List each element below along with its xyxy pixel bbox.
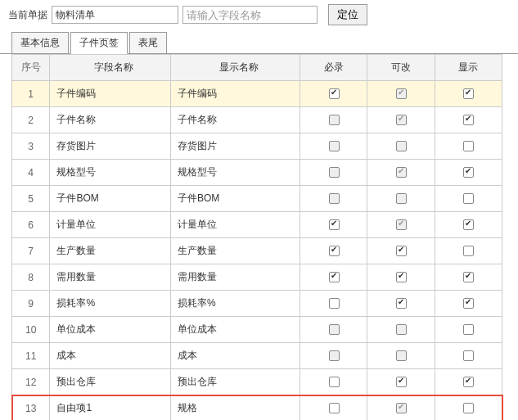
chk-show[interactable] [463,115,474,125]
chk-req[interactable] [329,377,340,387]
current-doc-value: 物料清单 [52,6,178,24]
table-row[interactable]: 9损耗率%损耗率% [12,291,502,317]
chk-show[interactable] [463,246,474,256]
chk-req [329,324,340,335]
table-row[interactable]: 6计量单位计量单位 [12,212,502,238]
cell-field: 自由项1 [50,395,171,421]
table-row[interactable]: 1子件编码子件编码 [12,81,502,107]
table-row[interactable]: 12预出仓库预出仓库 [12,369,502,395]
chk-show[interactable] [463,167,474,178]
table-row[interactable]: 8需用数量需用数量 [12,264,502,291]
table-row[interactable]: 4规格型号规格型号 [12,160,502,186]
cell-seq: 7 [12,238,50,264]
chk-req [329,141,340,151]
cell-disp: 成本 [171,343,300,369]
table-row[interactable]: 5子件BOM子件BOM [12,186,502,212]
table-row[interactable]: 2子件名称子件名称 [12,107,502,133]
chk-edit[interactable] [396,298,407,309]
chk-edit [396,193,407,204]
chk-show[interactable] [463,272,474,282]
chk-show[interactable] [463,88,474,99]
chk-req[interactable] [329,272,340,282]
locate-button[interactable]: 定位 [328,4,367,25]
chk-show[interactable] [463,377,474,387]
table-row[interactable]: 3存货图片存货图片 [12,133,502,160]
cell-seq: 2 [12,107,50,133]
cell-disp: 规格 [171,395,300,421]
tab-2[interactable]: 表尾 [129,32,167,54]
cell-seq: 4 [12,160,50,186]
cell-seq: 3 [12,133,50,160]
th-show: 显示 [435,55,502,81]
cell-field: 存货图片 [50,133,171,160]
table-row[interactable]: 7生产数量生产数量 [12,238,502,264]
chk-edit[interactable] [396,377,407,387]
chk-edit [396,403,407,413]
th-field: 字段名称 [50,55,171,81]
cell-seq: 8 [12,264,50,291]
chk-req[interactable] [329,219,340,230]
cell-field: 成本 [50,343,171,369]
cell-disp: 子件BOM [171,186,300,212]
cell-disp: 损耗率% [171,291,300,317]
tab-bar: 基本信息子件页签表尾 [0,32,518,54]
th-disp: 显示名称 [171,55,300,81]
cell-field: 生产数量 [50,238,171,264]
chk-edit[interactable] [396,246,407,256]
th-req: 必录 [300,55,367,81]
chk-show[interactable] [463,298,474,309]
cell-field: 子件名称 [50,107,171,133]
table-row[interactable]: 13自由项1规格 [12,395,502,421]
cell-field: 规格型号 [50,160,171,186]
chk-edit [396,219,407,230]
current-doc-label: 当前单据 [8,8,47,22]
cell-seq: 9 [12,291,50,317]
top-toolbar: 当前单据 物料清单 定位 [0,0,518,29]
cell-seq: 10 [12,317,50,343]
tab-0[interactable]: 基本信息 [11,32,69,54]
cell-field: 损耗率% [50,291,171,317]
table-row[interactable]: 10单位成本单位成本 [12,317,502,343]
cell-disp: 单位成本 [171,317,300,343]
cell-field: 需用数量 [50,264,171,291]
chk-edit [396,324,407,335]
cell-seq: 6 [12,212,50,238]
cell-seq: 1 [12,81,50,107]
cell-field: 计量单位 [50,212,171,238]
chk-show[interactable] [463,193,474,204]
chk-req [329,350,340,361]
chk-req[interactable] [329,88,340,99]
th-seq: 序号 [12,55,50,81]
cell-disp: 生产数量 [171,238,300,264]
chk-edit [396,141,407,151]
chk-edit[interactable] [396,272,407,282]
chk-show[interactable] [463,403,474,413]
chk-req[interactable] [329,246,340,256]
chk-show[interactable] [463,350,474,361]
search-input[interactable] [182,6,318,24]
chk-edit [396,88,407,99]
field-table: 序号 字段名称 显示名称 必录 可改 显示 1子件编码子件编码2子件名称子件名称… [11,54,502,420]
chk-show[interactable] [463,141,474,151]
cell-field: 子件编码 [50,81,171,107]
th-edit: 可改 [367,55,435,81]
chk-show[interactable] [463,219,474,230]
cell-field: 预出仓库 [50,369,171,395]
chk-req [329,115,340,125]
chk-req [329,193,340,204]
chk-req[interactable] [329,403,340,413]
chk-edit [396,115,407,125]
cell-disp: 规格型号 [171,160,300,186]
table-row[interactable]: 11成本成本 [12,343,502,369]
cell-field: 子件BOM [50,186,171,212]
chk-req[interactable] [329,298,340,309]
chk-edit [396,167,407,178]
cell-field: 单位成本 [50,317,171,343]
cell-disp: 存货图片 [171,133,300,160]
tab-1[interactable]: 子件页签 [70,32,128,54]
cell-disp: 需用数量 [171,264,300,291]
chk-edit [396,350,407,361]
chk-show[interactable] [463,324,474,335]
cell-seq: 13 [12,395,50,421]
cell-disp: 计量单位 [171,212,300,238]
